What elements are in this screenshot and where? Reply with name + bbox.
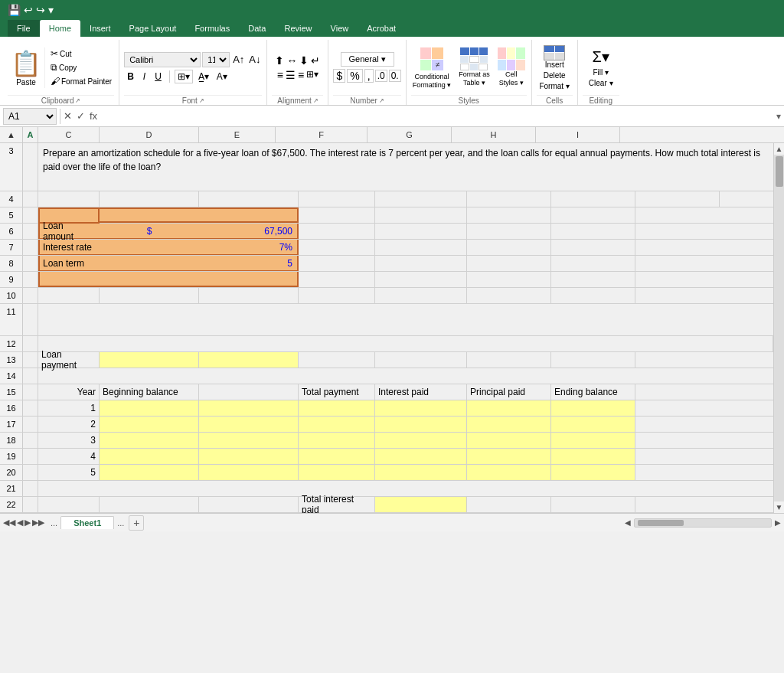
tab-last-btn[interactable]: ▶▶ xyxy=(32,518,44,528)
cell-16H-yellow[interactable] xyxy=(551,400,635,416)
cell-7B-interest-label[interactable]: Interest rate xyxy=(38,240,100,255)
currency-btn[interactable]: $ xyxy=(333,69,345,83)
align-top-btn[interactable]: ⬆ xyxy=(275,54,284,67)
cell-9E[interactable] xyxy=(299,272,375,287)
cell-12B[interactable] xyxy=(38,336,773,351)
cell-13H[interactable] xyxy=(551,352,635,368)
number-expand-icon[interactable]: ↗ xyxy=(379,97,384,104)
cell-8E[interactable] xyxy=(299,256,375,271)
number-format-select[interactable]: General ▾ xyxy=(341,52,394,67)
conditional-formatting-button[interactable]: ≠ ConditionalFormatting ▾ xyxy=(411,44,453,91)
cell-10I[interactable] xyxy=(635,288,720,303)
cell-9C-orange[interactable] xyxy=(100,272,199,287)
cell-7G[interactable] xyxy=(467,240,551,255)
cell-17A[interactable] xyxy=(23,417,38,432)
col-header-I[interactable]: I xyxy=(536,127,620,142)
alignment-expand-icon[interactable]: ↗ xyxy=(313,97,318,104)
cell-4D[interactable] xyxy=(199,191,299,207)
cell-5D-orange[interactable] xyxy=(199,207,299,223)
cell-16D-yellow[interactable] xyxy=(199,400,299,416)
cell-3-description[interactable]: Prepare an amortization schedule for a f… xyxy=(38,143,773,191)
col-header-D[interactable]: D xyxy=(100,127,199,142)
cell-reference-box[interactable]: A1 xyxy=(3,108,57,125)
font-size-select[interactable]: 11 xyxy=(202,52,230,67)
cell-styles-button[interactable]: CellStyles ▾ xyxy=(496,46,527,89)
cell-17D-yellow[interactable] xyxy=(199,417,299,432)
decrease-font-btn[interactable]: A↓ xyxy=(247,53,262,66)
fill-btn[interactable]: Fill ▾ xyxy=(593,68,609,77)
cell-8B-term-label[interactable]: Loan term xyxy=(38,256,100,271)
cell-4B[interactable] xyxy=(38,191,100,207)
cell-18A[interactable] xyxy=(23,433,38,448)
cell-14A[interactable] xyxy=(23,368,38,384)
cell-17E-yellow[interactable] xyxy=(299,417,375,432)
cell-11-instruction[interactable] xyxy=(38,304,773,335)
col-header-E[interactable]: E xyxy=(199,127,276,142)
cell-7D-value[interactable]: 7% xyxy=(199,240,299,255)
cell-10H[interactable] xyxy=(551,288,635,303)
cell-16G-yellow[interactable] xyxy=(467,400,551,416)
cell-22D[interactable] xyxy=(199,497,299,512)
cell-18F-yellow[interactable] xyxy=(375,433,467,448)
cell-19F-yellow[interactable] xyxy=(375,449,467,464)
cell-15I[interactable] xyxy=(635,384,720,400)
tab-formulas[interactable]: Formulas xyxy=(185,20,239,37)
cell-4F[interactable] xyxy=(375,191,467,207)
cell-11A[interactable] xyxy=(23,304,38,335)
tab-review[interactable]: Review xyxy=(275,20,321,37)
cell-14B[interactable] xyxy=(38,368,773,384)
cell-8A[interactable] xyxy=(23,256,38,271)
cell-8D-value[interactable]: 5 xyxy=(199,256,299,271)
cell-20A[interactable] xyxy=(23,465,38,480)
bold-button[interactable]: B xyxy=(124,70,137,83)
cell-9I[interactable] xyxy=(635,272,720,287)
col-header-C[interactable]: C xyxy=(38,127,100,142)
cell-10G[interactable] xyxy=(467,288,551,303)
cell-8F[interactable] xyxy=(375,256,467,271)
cell-19G-yellow[interactable] xyxy=(467,449,551,464)
cell-22H[interactable] xyxy=(551,497,635,512)
cell-6B-loan-label[interactable]: Loan amount xyxy=(38,224,100,239)
cell-19C-yellow[interactable] xyxy=(100,449,199,464)
cell-20H-yellow[interactable] xyxy=(551,465,635,480)
scroll-track[interactable] xyxy=(774,155,784,501)
cell-13G[interactable] xyxy=(467,352,551,368)
cell-10D[interactable] xyxy=(199,288,299,303)
cell-8I[interactable] xyxy=(635,256,720,271)
delete-cells-btn[interactable]: Delete xyxy=(544,71,566,80)
cell-21A[interactable] xyxy=(23,481,38,496)
cell-9F[interactable] xyxy=(375,272,467,287)
underline-button[interactable]: U xyxy=(152,70,165,83)
cell-5A[interactable] xyxy=(23,207,38,223)
align-left-btn[interactable]: ≡ xyxy=(277,69,283,81)
cell-19D-yellow[interactable] xyxy=(199,449,299,464)
tab-prev-btn[interactable]: ◀ xyxy=(17,518,23,528)
cell-9B-orange[interactable] xyxy=(38,272,100,287)
sheet-tab-sheet1[interactable]: Sheet1 xyxy=(60,516,114,529)
cell-5I[interactable] xyxy=(635,207,720,223)
cell-15E-total-pay-header[interactable]: Total payment xyxy=(299,384,375,400)
cell-17C-yellow[interactable] xyxy=(100,417,199,432)
cell-7I[interactable] xyxy=(635,240,720,255)
cell-17B-year[interactable]: 2 xyxy=(38,417,100,432)
add-sheet-btn[interactable]: + xyxy=(129,515,144,531)
cell-22G[interactable] xyxy=(467,497,551,512)
cell-10E[interactable] xyxy=(299,288,375,303)
grid-scroll-area[interactable]: 3 Prepare an amortization schedule for a… xyxy=(0,143,773,513)
cell-7C[interactable] xyxy=(100,240,199,255)
cell-8G[interactable] xyxy=(467,256,551,271)
cell-13B-loan-payment-label[interactable]: Loan payment xyxy=(38,352,100,368)
cell-18D-yellow[interactable] xyxy=(199,433,299,448)
cell-22B[interactable] xyxy=(38,497,100,512)
cell-15B-year-header[interactable]: Year xyxy=(38,384,100,400)
align-bottom-btn[interactable]: ⬇ xyxy=(299,54,309,67)
cell-19E-yellow[interactable] xyxy=(299,449,375,464)
redo-quick-btn[interactable]: ↪ xyxy=(36,4,45,16)
cell-6A[interactable] xyxy=(23,224,38,239)
confirm-formula-icon[interactable]: ✓ xyxy=(77,110,85,122)
cell-16A[interactable] xyxy=(23,400,38,416)
cell-10B[interactable] xyxy=(38,288,100,303)
cell-15G-prin-paid-header[interactable]: Principal paid xyxy=(467,384,551,400)
cell-21-rest[interactable] xyxy=(38,481,773,496)
cell-5F[interactable] xyxy=(375,207,467,223)
